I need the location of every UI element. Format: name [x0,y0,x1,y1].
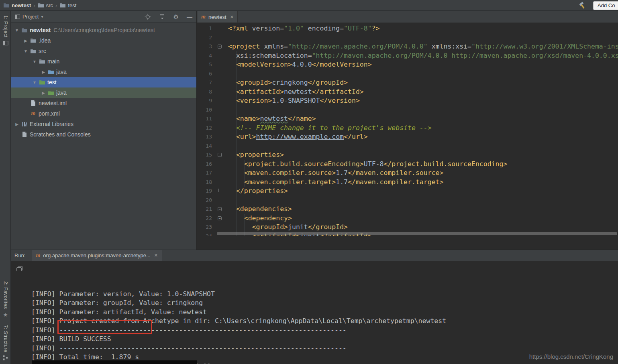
code-text[interactable]: <project.build.sourceEncoding>UTF-8</pro… [224,160,507,169]
code-editor[interactable]: 1<?xml version="1.0" encoding="UTF-8"?>2… [197,23,618,236]
code-text[interactable]: <project xmlns="http://maven.apache.org/… [224,42,618,51]
code-text[interactable]: xsi:schemaLocation="http://maven.apache.… [224,51,618,61]
code-text[interactable]: <name>newtest</name> [224,114,316,124]
line-number: 1 [197,24,217,33]
add-configuration-button[interactable]: Add Co [593,1,618,10]
tree-item-test[interactable]: ▼test [11,77,196,87]
tree-item-main[interactable]: ▼main [11,56,196,67]
breadcrumb-item-src[interactable]: src [38,2,53,8]
toolwindow-button-favorites[interactable]: 2: Favorites ★ [0,279,11,320]
project-panel-title[interactable]: Project [22,14,39,20]
tree-item-java[interactable]: ▶java [11,87,196,98]
code-text[interactable]: <?xml version="1.0" encoding="UTF-8"?> [224,24,380,33]
fold-collapse-icon[interactable]: − [218,153,222,157]
fold-collapse-icon[interactable]: − [218,216,222,220]
fold-collapse-icon[interactable]: − [218,207,222,211]
code-text[interactable]: <version>1.0-SNAPSHOT</version> [224,96,360,106]
line-number: 12 [197,124,217,133]
libraries-icon [20,121,29,127]
line-number: 2 [197,33,217,43]
source-folder-icon [47,69,55,75]
expand-arrow-icon[interactable]: ▶ [13,122,20,126]
expand-arrow-icon[interactable]: ▼ [31,59,38,64]
tree-item-src[interactable]: ▼src [11,46,196,56]
tree-item-newtest.iml[interactable]: newtest.iml [11,98,196,108]
console-scrollbar[interactable] [32,360,197,364]
project-folder-icon [3,2,10,8]
code-text[interactable] [224,106,228,115]
editor-horizontal-scrollbar[interactable] [217,232,617,235]
toolwindow-button-project[interactable]: 1: Project [0,13,11,48]
locate-icon[interactable] [145,14,151,20]
code-token: version= [252,24,284,32]
expand-arrow-icon[interactable]: ▶ [40,70,47,74]
fold-column [217,69,224,79]
tree-item-java[interactable]: ▶java [11,67,196,77]
code-token: </maven.compiler.target> [348,178,443,186]
project-toolwindow-icon [3,41,8,46]
close-icon[interactable]: ✕ [230,14,234,20]
code-text[interactable] [224,142,228,151]
tree-item-path: C:\Users\cringkong\IdeaProjects\newtest [53,27,155,33]
code-token: </groupId> [308,79,348,86]
code-text[interactable]: <groupId>cringkong</groupId> [224,78,348,87]
expand-arrow-icon[interactable]: ▶ [22,39,29,43]
code-text[interactable]: <maven.compiler.target>1.7</maven.compil… [224,178,443,187]
code-token: <groupId> [236,79,272,86]
code-text[interactable]: <dependencies> [224,205,292,214]
code-token [228,79,236,86]
hide-panel-icon[interactable]: — [187,14,192,20]
line-number: 10 [197,106,217,115]
tree-item-pom.xml[interactable]: mpom.xml [11,108,196,119]
code-text[interactable]: <maven.compiler.source>1.7</maven.compil… [224,169,443,178]
code-text[interactable]: </properties> [224,187,288,196]
build-hammer-icon[interactable] [579,2,587,10]
breadcrumb-item-test[interactable]: test [59,2,76,8]
tree-item-Scratches and Consoles[interactable]: Scratches and Consoles [11,129,196,140]
code-token [228,187,236,195]
code-text[interactable] [224,33,228,43]
collapse-all-icon[interactable] [159,14,165,20]
tree-item-label: main [47,58,59,65]
expand-arrow-icon[interactable]: ▼ [31,80,38,85]
editor-line: 4 xsi:schemaLocation="http://maven.apach… [197,51,618,61]
project-pane-icon [15,14,20,19]
fold-collapse-icon[interactable]: − [218,45,222,49]
rerun-icon[interactable] [16,264,24,274]
folder-icon [29,48,37,54]
tree-item-newtest[interactable]: ▼newtestC:\Users\cringkong\IdeaProjects\… [11,25,196,35]
code-text[interactable]: <artifactId>newtest</artifactId> [224,87,364,97]
chevron-down-icon[interactable]: ▾ [41,14,43,19]
editor-line: 12 <!-- FIXME change it to the project's… [197,124,618,133]
code-token: <properties> [236,151,284,159]
run-tab-maven-archetype[interactable]: m org.apache.maven.plugins:maven-archety… [32,250,162,261]
ide-window: newtest›src›test Add Co 1: Project [0,0,618,364]
code-text[interactable] [224,196,228,205]
breadcrumb-item-newtest[interactable]: newtest [3,2,31,8]
toolwindow-button-structure[interactable]: 7: Structure [0,323,11,362]
expand-arrow-icon[interactable]: ▶ [40,91,47,95]
code-token: </version> [320,97,360,104]
fold-end-icon[interactable] [218,189,221,192]
code-text[interactable]: <!-- FIXME change it to the project's we… [224,124,432,133]
code-text[interactable]: <dependency> [224,214,292,223]
fold-column [217,187,224,196]
code-text[interactable] [224,69,228,79]
code-text[interactable]: <modelVersion>4.0.0</modelVersion> [224,60,372,69]
code-token: "http://maven.apache.org/POM/4.0.0 http:… [312,52,618,59]
code-text[interactable]: <properties> [224,150,284,160]
breadcrumb: newtest›src›test [3,2,76,8]
tree-item-External Libraries[interactable]: ▶External Libraries [11,119,196,129]
code-token [228,61,236,68]
editor-tab-newtest[interactable]: m newtest ✕ [198,11,238,22]
close-icon[interactable]: ✕ [154,253,158,258]
expand-arrow-icon[interactable]: ▼ [13,28,20,33]
tool-window-stripe: 1: Project 2: Favorites ★ 7: Structure [0,11,11,364]
expand-arrow-icon[interactable]: ▼ [22,49,29,53]
tree-item-.idea[interactable]: ▶.idea [11,35,196,46]
code-token: <maven.compiler.target> [244,178,336,186]
code-text[interactable]: <groupId>junit</groupId> [224,223,348,232]
code-text[interactable]: <url>http://www.example.com</url> [224,132,368,142]
run-console[interactable]: [INFO] Parameter: version, Value: 1.0-SN… [28,261,618,364]
settings-gear-icon[interactable]: ⚙ [173,14,179,20]
